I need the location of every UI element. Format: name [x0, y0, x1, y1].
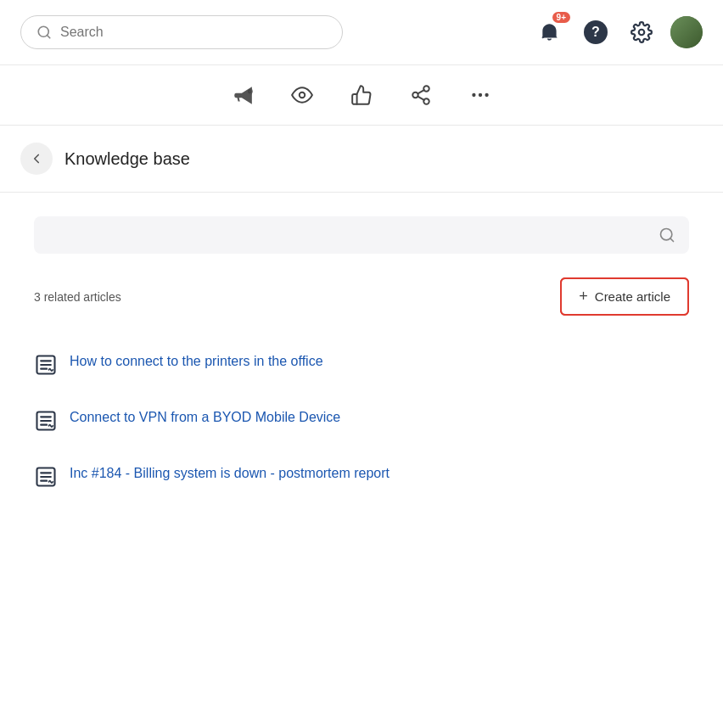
gear-icon [631, 21, 653, 43]
article-list: How to connect to the printers in the of… [34, 336, 689, 504]
article-icon [34, 409, 58, 433]
create-article-button[interactable]: + Create article [560, 277, 689, 316]
kb-title: Knowledge base [64, 149, 190, 169]
inner-search-icon [659, 227, 675, 244]
article-title[interactable]: How to connect to the printers in the of… [70, 351, 323, 372]
share-icon [410, 84, 432, 106]
notification-button[interactable]: 9+ [533, 15, 567, 49]
search-icon [36, 25, 52, 40]
article-icon [34, 465, 58, 489]
inner-search-input[interactable] [48, 228, 659, 243]
like-button[interactable] [347, 81, 376, 109]
article-title[interactable]: Connect to VPN from a BYOD Mobile Device [70, 407, 340, 428]
more-icon [469, 84, 491, 106]
notification-icon [539, 21, 561, 43]
svg-point-12 [472, 93, 475, 97]
watch-button[interactable] [288, 81, 317, 109]
eye-icon [291, 84, 313, 106]
svg-text:?: ? [591, 25, 600, 39]
help-button[interactable]: ? [579, 15, 613, 49]
thumbsup-icon [350, 84, 373, 106]
article-icon [34, 353, 58, 377]
back-button[interactable] [20, 143, 53, 175]
kb-header: Knowledge base [0, 126, 723, 193]
top-nav: 9+ ? [0, 0, 723, 65]
plus-icon: + [579, 288, 588, 305]
search-bar[interactable] [20, 15, 343, 49]
svg-point-13 [479, 93, 482, 97]
notification-badge: 9+ [552, 12, 570, 23]
nav-icons: 9+ ? [533, 15, 703, 49]
share-button[interactable] [406, 81, 435, 109]
svg-line-10 [418, 97, 423, 100]
svg-point-6 [300, 92, 305, 98]
list-item[interactable]: Connect to VPN from a BYOD Mobile Device [34, 392, 689, 448]
back-arrow-icon [29, 151, 44, 166]
help-icon: ? [583, 20, 608, 45]
toolbar [0, 65, 723, 126]
more-button[interactable] [466, 81, 495, 109]
svg-line-1 [47, 35, 49, 37]
avatar[interactable] [670, 16, 703, 48]
articles-row: 3 related articles + Create article [34, 277, 689, 316]
articles-count: 3 related articles [34, 290, 121, 304]
search-input[interactable] [60, 25, 327, 40]
svg-line-11 [418, 90, 423, 93]
svg-point-5 [249, 90, 251, 92]
content-area: 3 related articles + Create article How … [0, 193, 723, 528]
list-item[interactable]: How to connect to the printers in the of… [34, 336, 689, 392]
svg-point-4 [639, 30, 645, 36]
settings-button[interactable] [625, 15, 659, 49]
announce-button[interactable] [228, 81, 257, 109]
svg-point-14 [485, 93, 488, 97]
create-article-label: Create article [595, 289, 670, 304]
list-item[interactable]: Inc #184 - Billing system is down - post… [34, 448, 689, 504]
announce-icon [232, 84, 254, 106]
article-title[interactable]: Inc #184 - Billing system is down - post… [70, 463, 390, 484]
svg-line-16 [670, 238, 674, 242]
inner-search-bar[interactable] [34, 216, 689, 254]
